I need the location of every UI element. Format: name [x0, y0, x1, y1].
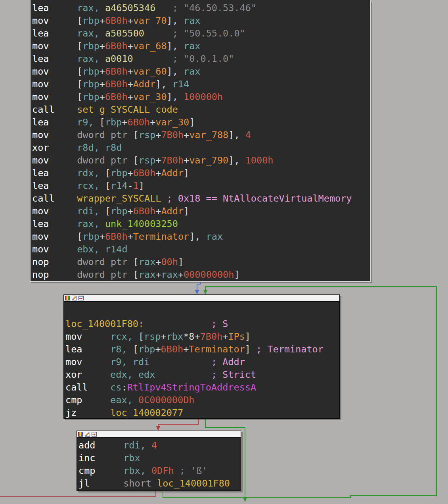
code-line[interactable]: mov rcx, [rsp+rbx*8+7B0h+IPs] [65, 330, 339, 343]
edge-top-to-loc140001F80-blue [197, 282, 200, 291]
edge-top-to-loc140001F80-blue-arrowhead [195, 290, 199, 294]
node-loop-tail-titlebar[interactable] [77, 431, 241, 438]
code-line[interactable]: call cs:RtlIpv4StringToAddressA [65, 381, 339, 394]
node-loc-140001F80-code: loc_140001F80: ; Smov rcx, [rsp+rbx*8+7B… [64, 302, 339, 419]
color-swatch-icon[interactable] [78, 432, 83, 437]
code-line[interactable]: loc_140001F80: ; S [65, 317, 339, 330]
code-line[interactable]: mov [rbp+6B0h+var_60], rax [32, 65, 370, 78]
node-top[interactable]: lea rax, a46505346 ; "46.50.53.46"mov [r… [30, 0, 371, 282]
code-line[interactable]: lea r9, [rbp+6B0h+var_30] [32, 116, 370, 129]
code-line[interactable]: mov rdi, [rbp+6B0h+Addr] [32, 205, 370, 217]
edge-jz-fallthrough-red [158, 419, 198, 427]
code-line[interactable]: xor r8d, r8d [32, 141, 370, 154]
edge-jl-fallthrough-offscreen-red [0, 491, 156, 496]
jump-xref-icon[interactable] [92, 432, 97, 437]
node-loc-140001F80-titlebar[interactable] [64, 295, 339, 302]
code-line[interactable]: lea rax, a46505346 ; "46.50.53.46" [32, 2, 370, 14]
code-line[interactable]: nop dword ptr [rax+rax+00000000h] [32, 268, 370, 281]
node-loc-140001F80[interactable]: loc_140001F80: ; Smov rcx, [rsp+rbx*8+7B… [63, 294, 340, 419]
code-line[interactable]: mov [rbp+6B0h+var_30], 100000h [32, 90, 370, 103]
code-line[interactable]: mov [rbp+6B0h+Terminator], rax [32, 230, 370, 243]
node-loop-tail[interactable]: add rdi, 4inc rbxcmp rbx, 0DFh ; 'ß'jl s… [77, 431, 241, 491]
code-line[interactable]: call set_g_SYSCALL_code [32, 103, 370, 116]
code-line[interactable]: mov dword ptr [rsp+7B0h+var_788], 4 [32, 129, 370, 141]
code-line[interactable]: mov r9, rdi ; Addr [65, 356, 339, 368]
code-line[interactable]: lea rax, a0010 ; "0.0.1.0" [32, 52, 370, 65]
code-line[interactable]: jl short loc_140001F80 [78, 477, 241, 490]
code-line[interactable]: call wrapper_SYSCALL ; 0x18 == NtAllocat… [32, 192, 370, 205]
node-top-code: lea rax, a46505346 ; "46.50.53.46"mov [r… [31, 0, 370, 281]
code-line[interactable]: lea rdx, [rbp+6B0h+Addr] [32, 167, 370, 179]
jump-xref-icon[interactable] [78, 296, 84, 300]
edge-jz-fallthrough-red-arrowhead [156, 426, 160, 431]
code-line[interactable]: lea rax, unk_140003250 [32, 217, 370, 230]
code-line[interactable]: nop dword ptr [rax+00h] [32, 256, 370, 268]
edit-comment-icon[interactable] [72, 296, 77, 300]
edit-comment-icon[interactable] [85, 432, 90, 437]
code-line[interactable] [65, 305, 339, 317]
code-line[interactable]: cmp eax, 0C000000Dh [65, 394, 339, 406]
code-line[interactable]: mov [rbp+6B0h+var_68], rax [32, 40, 370, 52]
code-line[interactable]: mov ebx, r14d [32, 243, 370, 256]
node-loop-tail-code: add rdi, 4inc rbxcmp rbx, 0DFh ; 'ß'jl s… [77, 438, 241, 490]
code-line[interactable]: lea r8, [rbp+6B0h+Terminator] ; Terminat… [65, 343, 339, 356]
code-line[interactable]: mov [rbp+6B0h+var_70], rax [32, 14, 370, 27]
code-line[interactable]: lea rax, a505500 ; "50.55.0.0" [32, 27, 370, 40]
edge-jz-taken-offscreen-green-arrowhead [243, 498, 247, 502]
code-line[interactable]: jz loc_140002077 [65, 406, 339, 419]
edge-loop-back-to-loc140001F80-green-arrowhead [203, 290, 207, 294]
code-line[interactable]: inc rbx [78, 452, 241, 464]
graph-canvas[interactable]: lea rax, a46505346 ; "46.50.53.46"mov [r… [0, 0, 448, 504]
code-line[interactable]: add rdi, 4 [78, 439, 241, 452]
code-line[interactable]: mov dword ptr [rsp+7B0h+var_790], 1000h [32, 154, 370, 167]
code-line[interactable]: mov [rbp+6B0h+Addr], r14 [32, 78, 370, 90]
code-line[interactable]: lea rcx, [r14-1] [32, 179, 370, 192]
color-swatch-icon[interactable] [65, 296, 70, 300]
code-line[interactable]: xor edx, edx ; Strict [65, 368, 339, 381]
code-line[interactable]: cmp rbx, 0DFh ; 'ß' [78, 464, 241, 477]
